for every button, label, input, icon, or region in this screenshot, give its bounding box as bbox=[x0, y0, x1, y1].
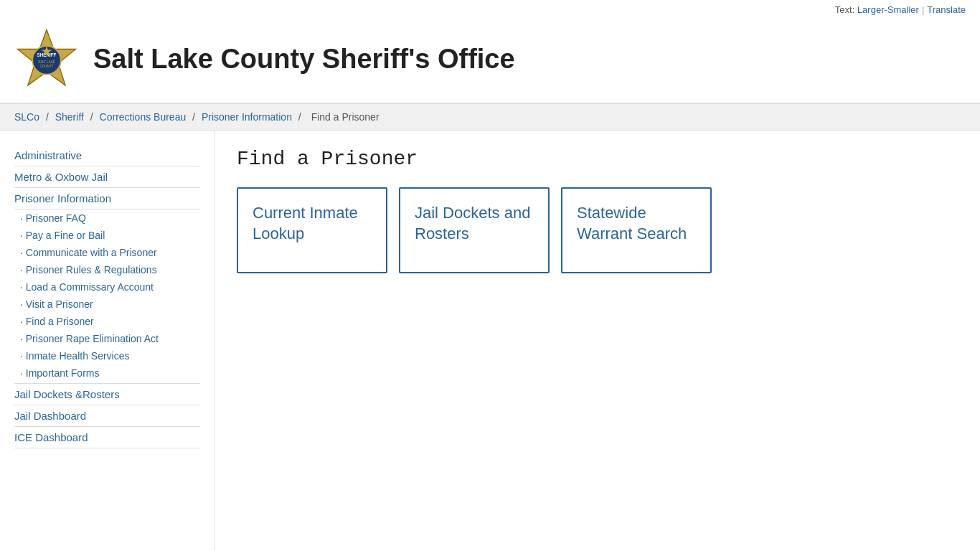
breadcrumb-sep-2: / bbox=[90, 111, 96, 123]
sidebar: Administrative Metro & Oxbow Jail Prison… bbox=[0, 131, 215, 551]
text-label: Text: bbox=[835, 4, 854, 15]
breadcrumb-prisoner-info[interactable]: Prisoner Information bbox=[202, 111, 292, 123]
card-jail-dockets-rosters[interactable]: Jail Dockets and Rosters bbox=[399, 187, 550, 273]
breadcrumb-current: Find a Prisoner bbox=[311, 111, 380, 123]
larger-link[interactable]: Larger bbox=[857, 4, 885, 15]
site-header: SHERIFF SALT LAKE COUNTY Salt Lake Count… bbox=[0, 19, 980, 104]
sidebar-sub-find[interactable]: Find a Prisoner bbox=[14, 313, 200, 330]
sidebar-sub-prea[interactable]: Prisoner Rape Elimination Act bbox=[14, 330, 200, 347]
pipe-separator: | bbox=[922, 4, 924, 15]
svg-text:SALT LAKE: SALT LAKE bbox=[38, 60, 55, 64]
sidebar-item-jail-dockets[interactable]: Jail Dockets &Rosters bbox=[14, 384, 200, 405]
card-statewide-warrant-search[interactable]: Statewide Warrant Search bbox=[561, 187, 712, 273]
main-content: Find a Prisoner Current Inmate Lookup Ja… bbox=[215, 131, 980, 551]
sidebar-item-jail-dashboard[interactable]: Jail Dashboard bbox=[14, 405, 200, 427]
breadcrumb-sep-3: / bbox=[192, 111, 198, 123]
translate-link[interactable]: Translate bbox=[927, 4, 966, 15]
breadcrumb-corrections[interactable]: Corrections Bureau bbox=[100, 111, 187, 123]
smaller-link[interactable]: Smaller bbox=[887, 4, 919, 15]
breadcrumb-sheriff[interactable]: Sheriff bbox=[55, 111, 84, 123]
svg-text:COUNTY: COUNTY bbox=[40, 65, 54, 68]
sidebar-sub-commissary[interactable]: Load a Commissary Account bbox=[14, 278, 200, 296]
sidebar-item-prisoner-information[interactable]: Prisoner Information bbox=[14, 188, 200, 209]
top-bar: Text: Larger - Smaller | Translate bbox=[0, 0, 980, 19]
card-current-inmate-lookup[interactable]: Current Inmate Lookup bbox=[237, 187, 387, 273]
sidebar-sub-forms[interactable]: Important Forms bbox=[14, 364, 200, 382]
sidebar-item-administrative[interactable]: Administrative bbox=[14, 145, 200, 166]
main-layout: Administrative Metro & Oxbow Jail Prison… bbox=[0, 131, 980, 551]
sidebar-item-metro-oxbow[interactable]: Metro & Oxbow Jail bbox=[14, 166, 200, 188]
breadcrumb-sep-1: / bbox=[46, 111, 52, 123]
sidebar-sub-health[interactable]: Inmate Health Services bbox=[14, 347, 200, 364]
sidebar-item-ice-dashboard[interactable]: ICE Dashboard bbox=[14, 427, 200, 448]
sheriff-badge-logo: SHERIFF SALT LAKE COUNTY bbox=[14, 27, 79, 91]
cards-row: Current Inmate Lookup Jail Dockets and R… bbox=[237, 187, 958, 273]
sidebar-sub-visit[interactable]: Visit a Prisoner bbox=[14, 296, 200, 313]
breadcrumb-sep-4: / bbox=[298, 111, 304, 123]
page-title: Find a Prisoner bbox=[237, 148, 958, 170]
sidebar-sub-communicate[interactable]: Communicate with a Prisoner bbox=[14, 244, 200, 261]
sidebar-sub-pay-fine[interactable]: Pay a Fine or Bail bbox=[14, 227, 200, 244]
sidebar-group-prisoner-info: Prisoner Information Prisoner FAQ Pay a … bbox=[14, 188, 200, 384]
card-label-2: Jail Dockets and Rosters bbox=[415, 203, 534, 244]
card-label-1: Current Inmate Lookup bbox=[253, 203, 372, 244]
sidebar-sub-prisoner-faq[interactable]: Prisoner FAQ bbox=[14, 209, 200, 227]
sidebar-sub-rules[interactable]: Prisoner Rules & Regulations bbox=[14, 261, 200, 278]
breadcrumb: SLCo / Sheriff / Corrections Bureau / Pr… bbox=[0, 104, 980, 131]
card-label-3: Statewide Warrant Search bbox=[577, 203, 696, 244]
site-title: Salt Lake County Sheriff's Office bbox=[93, 44, 515, 75]
breadcrumb-slco[interactable]: SLCo bbox=[14, 111, 39, 123]
